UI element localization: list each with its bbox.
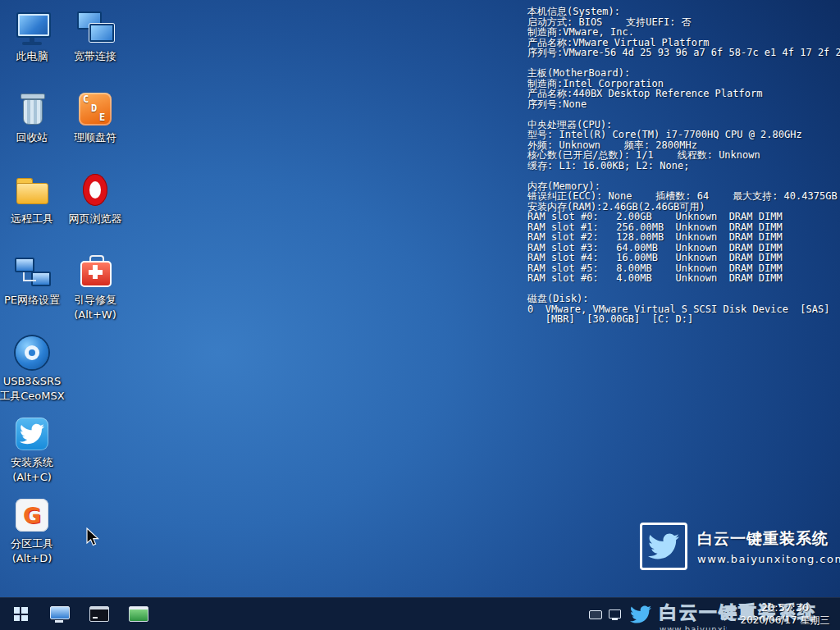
sysinfo-line: 磁盘(Disk): — [527, 294, 840, 304]
desktop-icon-label: PE网络设置 — [4, 293, 60, 308]
desktop-icon-pe-network-settings[interactable]: PE网络设置 — [1, 249, 63, 330]
system-info-panel: 本机信息(System):启动方式: BIOS 支持UEFI: 否制造商:VMw… — [527, 7, 840, 325]
desktop-icon-label: 网页浏览器 — [69, 212, 122, 226]
input-indicator-icon[interactable] — [589, 610, 602, 619]
mouse-cursor — [85, 527, 103, 549]
partition-tool-icon: G — [12, 495, 52, 535]
clock[interactable]: 20:57:30 2020/06/17 星期三 — [737, 601, 833, 626]
network-icon[interactable] — [609, 609, 621, 619]
remote-tools-icon — [12, 171, 52, 210]
sysinfo-line: 型号: Intel(R) Core(TM) i7-7700HQ CPU @ 2.… — [527, 130, 840, 140]
desktop-icon-web-browser[interactable]: 网页浏览器 — [64, 167, 126, 249]
sysinfo-line: 本机信息(System): — [527, 7, 840, 17]
desktop-icon-label: 宽带连接 — [74, 49, 116, 64]
desktop-icon-broadband-connection[interactable]: 宽带连接 — [64, 5, 126, 86]
desktop-icon-label: 分区工具(Alt+D) — [11, 536, 53, 566]
sysinfo-line: 制造商:VMware, Inc. — [527, 27, 840, 38]
tray-brand-url: www.baiyunxitong.com — [660, 625, 727, 630]
clock-time: 20:57:30 — [737, 601, 833, 614]
computer-icon — [50, 606, 70, 623]
windows-logo-icon — [14, 607, 28, 621]
install-system-icon — [12, 414, 52, 454]
sysinfo-line: 序列号:VMware-56 4d 25 93 96 a7 6f 58-7c e1… — [527, 48, 840, 58]
desktop-icon-label: USB3&SRS工具CeoMSX — [0, 374, 65, 404]
boot-repair-icon — [75, 252, 115, 291]
sysinfo-line: RAM slot #2: 128.00MB Unknown DRAM DIMM — [527, 232, 840, 243]
desktop-icon-label: 此电脑 — [16, 49, 48, 64]
sysinfo-line: RAM slot #4: 16.00MB Unknown DRAM DIMM — [527, 253, 840, 263]
brand-text-block: 白云一键重装系统 www.baiyunxitong.com — [697, 528, 840, 565]
brand-title: 白云一键重装系统 — [697, 528, 840, 550]
web-browser-icon — [75, 171, 115, 210]
desktop-icon-label: 理顺盘符 — [74, 130, 116, 145]
desktop-icon-install-system[interactable]: 安装系统(Alt+C) — [1, 411, 63, 492]
tray-brand-bird-icon — [628, 603, 653, 626]
sysinfo-line — [527, 109, 840, 120]
sysinfo-line: RAM slot #6: 4.00MB Unknown DRAM DIMM — [527, 273, 840, 284]
taskbar-app-computer[interactable] — [41, 598, 79, 630]
desktop-icon-boot-repair[interactable]: 引导修复(Alt+W) — [64, 249, 126, 330]
desktop-icon-column-1: 此电脑回收站远程工具PE网络设置USB3&SRS工具CeoMSX安装系统(Alt… — [1, 5, 63, 573]
desktop-icon-label: 远程工具 — [11, 212, 53, 226]
sysinfo-line: 产品名称:440BX Desktop Reference Platform — [527, 89, 840, 99]
taskbar-app-petools[interactable] — [120, 598, 158, 630]
pe-tools-window-icon — [129, 606, 148, 622]
terminal-icon — [89, 606, 109, 622]
desktop-icon-recycle-bin[interactable]: 回收站 — [1, 86, 63, 167]
taskbar-app-cmd[interactable] — [80, 598, 118, 630]
sysinfo-line: 序列号:None — [527, 99, 840, 110]
sysinfo-line: 缓存: L1: 16.00KB; L2: None; — [527, 161, 840, 171]
desktop-icon-this-pc[interactable]: 此电脑 — [1, 5, 63, 86]
desktop-icon-usb3-srs-tool[interactable]: USB3&SRS工具CeoMSX — [1, 330, 63, 411]
clock-date: 2020/06/17 星期三 — [737, 614, 833, 626]
broadband-connection-icon — [75, 8, 115, 48]
sysinfo-line: [MBR] [30.00GB] [C: D:] — [527, 314, 840, 325]
system-tray: 白云一键重装系统 www.baiyunxitong.com 20:57:30 2… — [584, 598, 840, 630]
desktop-icon-label: 引导修复(Alt+W) — [74, 293, 116, 322]
sysinfo-line: 错误纠正(ECC): None 插槽数: 64 最大支持: 40.4375GB — [527, 191, 840, 202]
usb3-srs-tool-icon — [12, 333, 52, 372]
desktop-icon-column-2: 宽带连接CDE理顺盘符网页浏览器引导修复(Alt+W) — [64, 5, 126, 330]
sysinfo-line: RAM slot #0: 2.00GB Unknown DRAM DIMM — [527, 212, 840, 222]
brand-url: www.baiyunxitong.com — [697, 553, 840, 565]
sort-drive-letters-icon: CDE — [75, 89, 115, 129]
desktop-icon-sort-drive-letters[interactable]: CDE理顺盘符 — [64, 86, 126, 167]
taskbar: 白云一键重装系统 www.baiyunxitong.com 20:57:30 2… — [0, 597, 840, 630]
this-pc-icon — [12, 8, 52, 48]
desktop-icon-label: 回收站 — [16, 130, 48, 145]
sysinfo-line: 主板(MotherBoard): — [527, 68, 840, 79]
start-button[interactable] — [2, 598, 39, 630]
brand-bird-icon — [640, 523, 687, 570]
recycle-bin-icon — [12, 89, 52, 129]
desktop-icon-remote-tools[interactable]: 远程工具 — [1, 167, 63, 249]
sysinfo-line: 核心数(已开启/总数): 1/1 线程数: Unknown — [527, 150, 840, 161]
pe-network-settings-icon — [12, 252, 52, 291]
desktop-icon-label: 安装系统(Alt+C) — [11, 455, 53, 485]
brand-watermark: 白云一键重装系统 www.baiyunxitong.com — [640, 523, 840, 570]
sysinfo-line — [527, 171, 840, 181]
desktop-icon-partition-tool[interactable]: G分区工具(Alt+D) — [1, 492, 63, 573]
